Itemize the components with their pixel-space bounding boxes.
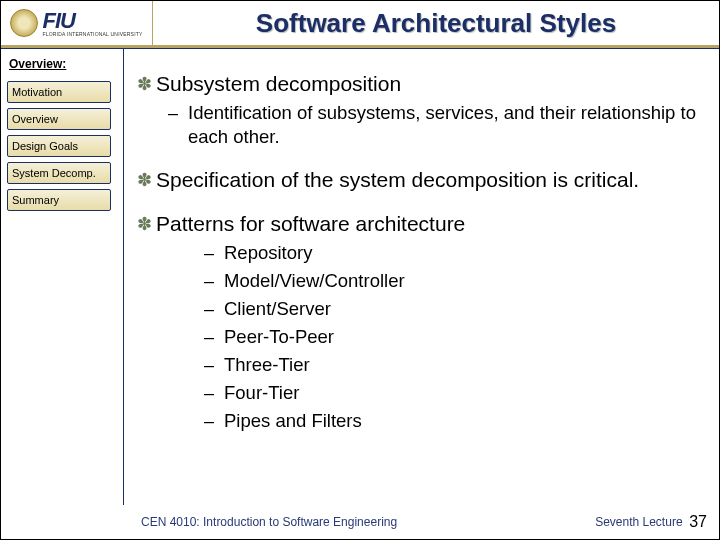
slide: FIU FLORIDA INTERNATIONAL UNIVERSITY Sof…: [0, 0, 720, 540]
star-icon: ✽: [132, 211, 156, 237]
page-title: Software Architectural Styles: [256, 8, 616, 39]
bullet-1: ✽ Subsystem decomposition: [132, 71, 699, 97]
footer-page: 37: [689, 513, 707, 531]
sub-text: Model/View/Controller: [224, 269, 405, 293]
sub-text: Pipes and Filters: [224, 409, 362, 433]
sidebar-item-motivation[interactable]: Motivation: [7, 81, 111, 103]
footer: CEN 4010: Introduction to Software Engin…: [1, 505, 719, 539]
sidebar-item-design-goals[interactable]: Design Goals: [7, 135, 111, 157]
list-item: –Pipes and Filters: [204, 409, 699, 433]
footer-course: CEN 4010: Introduction to Software Engin…: [141, 515, 397, 529]
sidebar-item-system-decomp[interactable]: System Decomp.: [7, 162, 111, 184]
bullet-3-subs: –Repository –Model/View/Controller –Clie…: [168, 241, 699, 433]
sub-text: Peer-To-Peer: [224, 325, 334, 349]
list-item: –Client/Server: [204, 297, 699, 321]
list-item: –Peer-To-Peer: [204, 325, 699, 349]
sub-text: Identification of subsystems, services, …: [188, 101, 699, 149]
bullet-text: Patterns for software architecture: [156, 211, 465, 237]
star-icon: ✽: [132, 167, 156, 193]
content: ✽ Subsystem decomposition – Identificati…: [124, 49, 719, 505]
dash-icon: –: [204, 297, 224, 321]
logo-acronym: FIU: [42, 10, 142, 32]
dash-icon: –: [204, 409, 224, 433]
seal-icon: [10, 9, 38, 37]
dash-icon: –: [204, 381, 224, 405]
dash-icon: –: [204, 241, 224, 265]
bullet-text: Subsystem decomposition: [156, 71, 401, 97]
body: Overview: Motivation Overview Design Goa…: [1, 49, 719, 505]
dash-icon: –: [168, 101, 188, 125]
list-item: –Repository: [204, 241, 699, 265]
star-icon: ✽: [132, 71, 156, 97]
bullet-1-sub-1: – Identification of subsystems, services…: [168, 101, 699, 149]
sidebar-heading: Overview:: [7, 57, 113, 71]
bullet-3: ✽ Patterns for software architecture: [132, 211, 699, 237]
list-item: –Three-Tier: [204, 353, 699, 377]
list-item: –Four-Tier: [204, 381, 699, 405]
sidebar-item-summary[interactable]: Summary: [7, 189, 111, 211]
sidebar-item-overview[interactable]: Overview: [7, 108, 111, 130]
sub-text: Client/Server: [224, 297, 331, 321]
logo-fullname: FLORIDA INTERNATIONAL UNIVERSITY: [42, 32, 142, 37]
bullet-text: Specification of the system decompositio…: [156, 167, 639, 193]
sidebar: Overview: Motivation Overview Design Goa…: [1, 49, 124, 505]
dash-icon: –: [204, 269, 224, 293]
logo: FIU FLORIDA INTERNATIONAL UNIVERSITY: [10, 9, 142, 37]
title-box: Software Architectural Styles: [153, 1, 719, 48]
sub-text: Four-Tier: [224, 381, 299, 405]
sub-text: Three-Tier: [224, 353, 310, 377]
list-item: –Model/View/Controller: [204, 269, 699, 293]
dash-icon: –: [204, 353, 224, 377]
logo-text: FIU FLORIDA INTERNATIONAL UNIVERSITY: [42, 10, 142, 37]
dash-icon: –: [204, 325, 224, 349]
header: FIU FLORIDA INTERNATIONAL UNIVERSITY Sof…: [1, 1, 719, 49]
sub-text: Repository: [224, 241, 312, 265]
logo-box: FIU FLORIDA INTERNATIONAL UNIVERSITY: [1, 1, 153, 48]
bullet-2: ✽ Specification of the system decomposit…: [132, 167, 699, 193]
footer-lecture: Seventh Lecture: [595, 515, 682, 529]
